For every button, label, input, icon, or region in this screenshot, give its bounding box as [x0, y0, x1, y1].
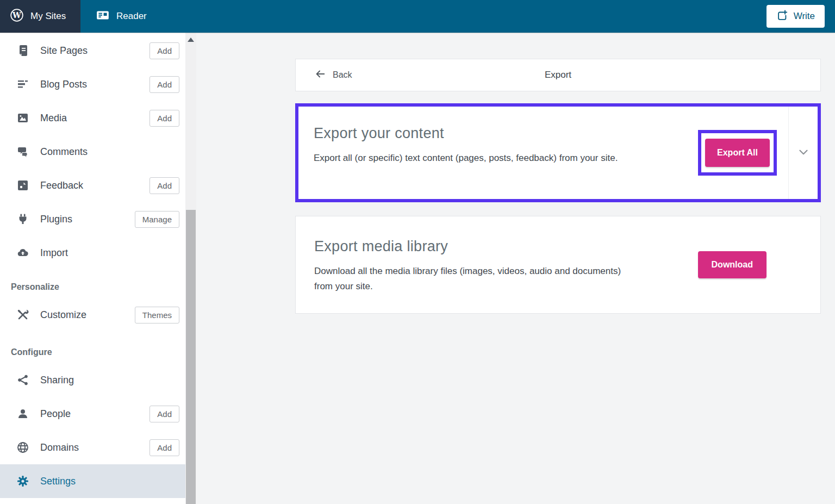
card-heading: Export media library — [314, 238, 698, 255]
feedback-add-button[interactable]: Add — [149, 177, 179, 194]
write-button[interactable]: Write — [767, 5, 825, 28]
sidebar-item-people[interactable]: People Add — [0, 397, 185, 431]
sidebar-item-label: Comments — [40, 146, 179, 158]
card-description: Export all (or specific) text content (p… — [314, 151, 632, 166]
media-add-button[interactable]: Add — [149, 110, 179, 127]
plugins-manage-button[interactable]: Manage — [135, 211, 179, 228]
write-label: Write — [794, 11, 815, 22]
share-icon — [16, 374, 29, 387]
sidebar-item-media[interactable]: Media Add — [0, 101, 185, 135]
sidebar-item-feedback[interactable]: Feedback Add — [0, 169, 185, 202]
sidebar-item-label: Feedback — [40, 180, 149, 191]
export-header-bar: Back Export — [295, 59, 821, 91]
person-icon — [16, 407, 29, 420]
sidebar-item-plugins[interactable]: Plugins Manage — [0, 202, 185, 236]
sidebar-item-label: Site Pages — [40, 45, 149, 57]
plugin-icon — [16, 213, 29, 226]
sidebar-item-label: People — [40, 408, 149, 420]
sidebar-item-blog-posts[interactable]: Blog Posts Add — [0, 67, 185, 101]
sidebar-item-label: Customize — [40, 309, 135, 321]
scrollbar-up-arrow-icon[interactable] — [188, 38, 194, 42]
download-button[interactable]: Download — [698, 251, 767, 278]
sidebar-item-comments[interactable]: Comments — [0, 135, 185, 169]
globe-icon — [16, 441, 29, 454]
reader-tab[interactable]: Reader — [80, 0, 162, 33]
top-bar: W My Sites Reader Write — [0, 0, 835, 33]
sidebar-item-label: Domains — [40, 442, 149, 453]
sidebar-item-site-pages[interactable]: Site Pages Add — [0, 34, 185, 67]
reader-label: Reader — [116, 11, 147, 22]
export-content-card: Export your content Export all (or speci… — [298, 107, 698, 199]
chevron-down-icon — [796, 145, 811, 161]
sidebar-item-domains[interactable]: Domains Add — [0, 431, 185, 464]
sidebar-item-sharing[interactable]: Sharing — [0, 363, 185, 397]
sidebar-item-settings[interactable]: Settings — [0, 464, 185, 498]
expand-export-options-button[interactable] — [788, 107, 818, 199]
back-label: Back — [333, 70, 352, 80]
scrollbar-thumb[interactable] — [186, 210, 196, 504]
page-title: Export — [296, 70, 820, 80]
import-cloud-icon — [16, 246, 29, 259]
sidebar-item-label: Import — [40, 247, 179, 259]
people-add-button[interactable]: Add — [149, 406, 179, 422]
export-all-button[interactable]: Export All — [705, 139, 770, 167]
wordpress-logo-icon: W — [10, 8, 24, 24]
sidebar-item-label: Plugins — [40, 214, 135, 225]
svg-text:W: W — [12, 11, 21, 20]
back-button[interactable]: Back — [314, 68, 352, 82]
export-media-card: Export media library Download all the me… — [295, 216, 821, 314]
card-description: Download all the media library files (im… — [314, 264, 632, 294]
sidebar-item-label: Settings — [40, 476, 179, 487]
sidebar-item-customize[interactable]: Customize Themes — [0, 298, 185, 332]
export-content-card-annotation: Export your content Export all (or speci… — [295, 103, 821, 202]
gear-icon — [16, 475, 29, 488]
sidebar-item-label: Blog Posts — [40, 79, 149, 90]
my-sites-label: My Sites — [30, 11, 66, 22]
sidebar-scrollbar[interactable] — [185, 33, 196, 504]
sidebar-item-label: Sharing — [40, 375, 179, 386]
sidebar-item-label: Media — [40, 113, 149, 124]
sidebar-item-import[interactable]: Import — [0, 236, 185, 270]
topbar-spacer — [162, 0, 767, 33]
main-area: Back Export Export your content Export a… — [196, 33, 835, 504]
reader-icon — [96, 8, 110, 24]
customize-tools-icon — [16, 308, 29, 321]
export-all-button-annotation: Export All — [698, 130, 777, 176]
feedback-icon — [16, 179, 29, 192]
back-arrow-icon — [314, 68, 326, 82]
blog-posts-add-button[interactable]: Add — [149, 76, 179, 93]
site-pages-add-button[interactable]: Add — [149, 42, 179, 59]
new-post-icon — [776, 9, 788, 24]
section-header-personalize: Personalize — [0, 276, 185, 298]
page-icon — [16, 44, 29, 57]
card-heading: Export your content — [314, 125, 698, 142]
domains-add-button[interactable]: Add — [149, 439, 179, 456]
media-icon — [16, 111, 29, 125]
sidebar: Site Pages Add Blog Posts Add — [0, 33, 185, 504]
section-header-configure: Configure — [0, 341, 185, 363]
comments-icon — [16, 145, 29, 158]
customize-themes-button[interactable]: Themes — [135, 307, 179, 323]
my-sites-tab[interactable]: W My Sites — [0, 0, 80, 33]
posts-icon — [16, 78, 29, 91]
